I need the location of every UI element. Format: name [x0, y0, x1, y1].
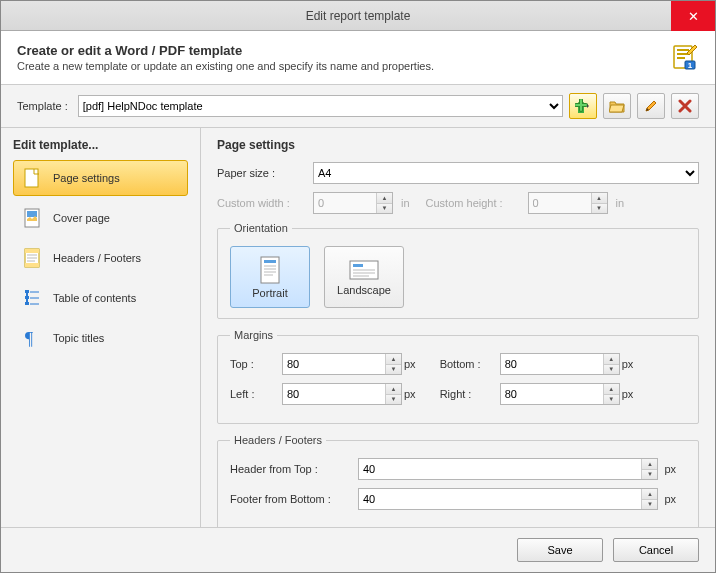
orientation-portrait-button[interactable]: Portrait: [230, 246, 310, 308]
edit-template-icon: 1: [671, 43, 699, 71]
hf-legend: Headers / Footers: [230, 434, 326, 446]
spin-up-icon: ▲: [376, 193, 392, 204]
margin-left-input[interactable]: [282, 383, 402, 405]
sidebar-item-page-settings[interactable]: Page settings: [13, 160, 188, 196]
margin-right-spin[interactable]: ▲▼: [500, 383, 620, 405]
header-title: Create or edit a Word / PDF template: [17, 43, 663, 58]
unit-px: px: [622, 358, 634, 370]
sidebar-item-headers-footers[interactable]: Headers / Footers: [13, 240, 188, 276]
unit-px: px: [664, 463, 676, 475]
svg-rect-3: [677, 57, 685, 59]
spin-up-icon[interactable]: ▲: [641, 489, 657, 500]
orientation-group: Orientation Portrait Landscape: [217, 222, 699, 319]
svg-text:1: 1: [688, 61, 693, 70]
spin-down-icon[interactable]: ▼: [385, 395, 401, 405]
margins-legend: Margins: [230, 329, 277, 341]
dialog-footer: Save Cancel: [1, 527, 715, 572]
main-area: Edit template... Page settings Cover pag…: [1, 128, 715, 527]
pencil-icon: [644, 99, 658, 113]
cancel-button[interactable]: Cancel: [613, 538, 699, 562]
template-selector-row: Template : [pdf] HelpNDoc template: [1, 85, 715, 128]
unit-px: px: [622, 388, 634, 400]
window-title: Edit report template: [306, 9, 411, 23]
margin-bottom-input[interactable]: [500, 353, 620, 375]
margin-top-input[interactable]: [282, 353, 402, 375]
template-label: Template :: [17, 100, 68, 112]
header-from-top-label: Header from Top :: [230, 463, 358, 475]
header-from-top-spin[interactable]: ▲▼: [358, 458, 658, 480]
margins-group: Margins Top : ▲▼ px Bottom : ▲▼ px: [217, 329, 699, 424]
paper-size-row: Paper size : A4: [217, 162, 699, 184]
template-select[interactable]: [pdf] HelpNDoc template: [78, 95, 563, 117]
new-template-button[interactable]: [569, 93, 597, 119]
svg-rect-13: [25, 263, 39, 267]
spin-buttons: ▲▼: [376, 193, 392, 213]
folder-open-icon: [609, 99, 625, 113]
sidebar-item-toc[interactable]: Table of contents: [13, 280, 188, 316]
open-template-button[interactable]: [603, 93, 631, 119]
custom-height-label: Custom height :: [426, 197, 522, 209]
spin-buttons[interactable]: ▲▼: [385, 354, 401, 374]
margin-bottom-spin[interactable]: ▲▼: [500, 353, 620, 375]
spin-down-icon[interactable]: ▼: [641, 500, 657, 510]
margin-top-label: Top :: [230, 358, 282, 370]
unit-in: in: [401, 197, 410, 209]
dialog-header: Create or edit a Word / PDF template Cre…: [1, 31, 715, 85]
spin-down-icon[interactable]: ▼: [385, 365, 401, 375]
spin-up-icon: ▲: [591, 193, 607, 204]
custom-width-label: Custom width :: [217, 197, 307, 209]
spin-up-icon[interactable]: ▲: [603, 384, 619, 395]
svg-rect-1: [677, 49, 689, 51]
custom-height-spin: ▲▼: [528, 192, 608, 214]
spin-buttons[interactable]: ▲▼: [385, 384, 401, 404]
margin-left-spin[interactable]: ▲▼: [282, 383, 402, 405]
cover-page-icon: [21, 207, 43, 229]
unit-in: in: [616, 197, 625, 209]
save-button[interactable]: Save: [517, 538, 603, 562]
sidebar-item-label: Cover page: [53, 212, 110, 224]
margin-left-label: Left :: [230, 388, 282, 400]
close-button[interactable]: ✕: [671, 1, 715, 31]
delete-x-icon: [678, 99, 692, 113]
footer-from-bottom-spin[interactable]: ▲▼: [358, 488, 658, 510]
sidebar-item-label: Topic titles: [53, 332, 104, 344]
unit-px: px: [404, 358, 416, 370]
spin-down-icon[interactable]: ▼: [603, 365, 619, 375]
svg-rect-8: [25, 169, 38, 187]
landscape-icon: [349, 259, 379, 281]
header-text: Create or edit a Word / PDF template Cre…: [17, 43, 663, 72]
spin-buttons[interactable]: ▲▼: [603, 384, 619, 404]
unit-px: px: [404, 388, 416, 400]
spin-down-icon: ▼: [591, 204, 607, 214]
spin-up-icon[interactable]: ▲: [385, 354, 401, 365]
spin-up-icon[interactable]: ▲: [603, 354, 619, 365]
footer-from-bottom-input[interactable]: [358, 488, 658, 510]
margin-right-input[interactable]: [500, 383, 620, 405]
spin-buttons[interactable]: ▲▼: [641, 459, 657, 479]
headers-footers-group: Headers / Footers Header from Top : ▲▼ p…: [217, 434, 699, 527]
spin-down-icon[interactable]: ▼: [603, 395, 619, 405]
spin-buttons[interactable]: ▲▼: [641, 489, 657, 509]
svg-rect-18: [25, 290, 29, 293]
spin-up-icon[interactable]: ▲: [385, 384, 401, 395]
spin-down-icon[interactable]: ▼: [641, 470, 657, 480]
sidebar-item-label: Headers / Footers: [53, 252, 141, 264]
svg-rect-32: [353, 264, 363, 267]
sidebar-item-cover-page[interactable]: Cover page: [13, 200, 188, 236]
spin-up-icon[interactable]: ▲: [641, 459, 657, 470]
sidebar-title: Edit template...: [13, 138, 188, 152]
delete-template-button[interactable]: [671, 93, 699, 119]
header-subtitle: Create a new template or update an exist…: [17, 60, 663, 72]
svg-rect-20: [25, 302, 29, 305]
panel-title: Page settings: [217, 138, 699, 152]
paper-size-select[interactable]: A4: [313, 162, 699, 184]
spin-buttons[interactable]: ▲▼: [603, 354, 619, 374]
paper-size-label: Paper size :: [217, 167, 307, 179]
edit-name-button[interactable]: [637, 93, 665, 119]
orientation-landscape-button[interactable]: Landscape: [324, 246, 404, 308]
svg-rect-10: [27, 211, 37, 217]
sidebar-item-topic-titles[interactable]: ¶ Topic titles: [13, 320, 188, 356]
margin-top-spin[interactable]: ▲▼: [282, 353, 402, 375]
sidebar: Edit template... Page settings Cover pag…: [1, 128, 201, 527]
header-from-top-input[interactable]: [358, 458, 658, 480]
